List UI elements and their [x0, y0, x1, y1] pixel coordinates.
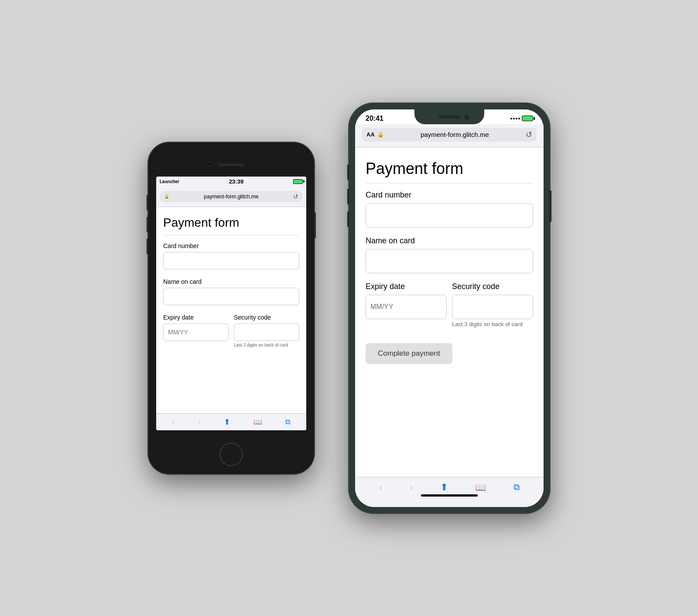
status-icons-large [510, 116, 533, 121]
forward-btn-large[interactable]: › [410, 482, 413, 493]
form-group-expiry-small: Expiry date [163, 314, 229, 347]
form-group-cvv-small: Security code Last 3 digits on back of c… [234, 314, 299, 347]
status-bar-small: Launcher 23:39 [156, 177, 306, 187]
share-btn-small[interactable]: ⬆ [224, 417, 230, 427]
input-expiry-large[interactable] [366, 295, 447, 319]
tabs-btn-small[interactable]: ⧉ [285, 418, 290, 426]
home-button-small[interactable] [219, 442, 243, 466]
label-card-number-small: Card number [163, 242, 299, 249]
label-name-small: Name on card [163, 278, 299, 285]
input-expiry-small[interactable] [163, 323, 229, 341]
battery-large [522, 116, 533, 121]
row-fields-small: Expiry date Security code Last 3 digits … [163, 314, 299, 356]
browser-chrome-large: AA 🔒 payment-form.glitch.me ↺ [355, 124, 544, 147]
bookmarks-btn-small[interactable]: 📖 [253, 418, 262, 426]
back-btn-large[interactable]: ‹ [379, 482, 382, 493]
status-icons-small [293, 179, 303, 184]
forward-btn-small[interactable]: › [198, 417, 201, 426]
carrier-label: Launcher [160, 179, 179, 184]
row-fields-large: Expiry date Security code Last 3 digits … [366, 282, 533, 336]
dot4 [518, 118, 520, 119]
url-text-large: payment-form.glitch.me [387, 131, 523, 138]
reload-btn-large[interactable]: ↺ [526, 130, 532, 140]
input-cvv-large[interactable] [452, 295, 533, 319]
input-card-number-large[interactable] [366, 203, 533, 228]
phone-small: Launcher 23:39 🔒 payment-form.glitch.me … [148, 143, 314, 474]
small-camera [207, 162, 212, 166]
label-expiry-large: Expiry date [366, 282, 447, 291]
battery-small [293, 179, 303, 184]
dot3 [516, 118, 517, 119]
form-group-name-large: Name on card [366, 236, 533, 273]
url-text-small: payment-form.glitch.me [172, 194, 291, 200]
cvv-hint-small: Last 3 digits on back of card [234, 343, 299, 347]
browser-chrome-small: 🔒 payment-form.glitch.me ↺ [156, 187, 306, 207]
dot2 [513, 118, 515, 119]
input-name-large[interactable] [366, 249, 533, 273]
page-title-small: Payment form [163, 216, 299, 235]
lock-icon-small: 🔒 [164, 194, 169, 199]
complete-payment-btn[interactable]: Complete payment [366, 343, 452, 364]
signal-dots [510, 118, 520, 119]
dot1 [510, 118, 512, 119]
url-bar-large[interactable]: AA 🔒 payment-form.glitch.me ↺ [362, 128, 537, 142]
notch-camera [464, 115, 469, 120]
time-large: 20:41 [366, 115, 383, 123]
screen-large: 20:41 AA 🔒 payment-form.gl [355, 109, 544, 507]
time-small: 23:39 [229, 178, 243, 185]
label-cvv-large: Security code [452, 282, 533, 291]
small-speaker [218, 163, 244, 166]
safari-toolbar-large: ‹ › ⬆ 📖 ⧉ [355, 477, 544, 507]
label-cvv-small: Security code [234, 314, 299, 321]
cvv-hint-large: Last 3 digits on back of card [452, 321, 533, 327]
screen-small: Launcher 23:39 🔒 payment-form.glitch.me … [156, 177, 306, 430]
reload-btn-small[interactable]: ↺ [293, 193, 298, 200]
input-cvv-small[interactable] [234, 323, 299, 341]
form-group-card-number-small: Card number [163, 242, 299, 269]
form-group-name-small: Name on card [163, 278, 299, 305]
input-name-small[interactable] [163, 288, 299, 305]
page-content-small: Payment form Card number Name on card Ex… [156, 207, 306, 413]
lock-icon-large: 🔒 [377, 132, 384, 138]
aa-label[interactable]: AA [366, 131, 375, 138]
label-expiry-small: Expiry date [163, 314, 229, 321]
notch [414, 109, 484, 124]
page-title-large: Payment form [366, 160, 533, 184]
home-indicator [421, 494, 478, 497]
url-bar-small[interactable]: 🔒 payment-form.glitch.me ↺ [160, 191, 303, 202]
label-name-large: Name on card [366, 236, 533, 245]
back-btn-small[interactable]: ‹ [172, 417, 175, 426]
page-content-large: Payment form Card number Name on card Ex… [355, 147, 544, 477]
bookmarks-btn-large[interactable]: 📖 [475, 482, 486, 493]
form-group-card-number-large: Card number [366, 191, 533, 228]
share-btn-large[interactable]: ⬆ [440, 482, 448, 493]
tabs-btn-large[interactable]: ⧉ [513, 482, 520, 492]
phone-large: 20:41 AA 🔒 payment-form.gl [349, 103, 550, 513]
safari-toolbar-small: ‹ › ⬆ 📖 ⧉ [156, 413, 306, 430]
form-group-expiry-large: Expiry date [366, 282, 447, 327]
label-card-number-large: Card number [366, 191, 533, 200]
form-group-cvv-large: Security code Last 3 digits on back of c… [452, 282, 533, 327]
input-card-number-small[interactable] [163, 252, 299, 269]
notch-speaker [438, 116, 460, 118]
